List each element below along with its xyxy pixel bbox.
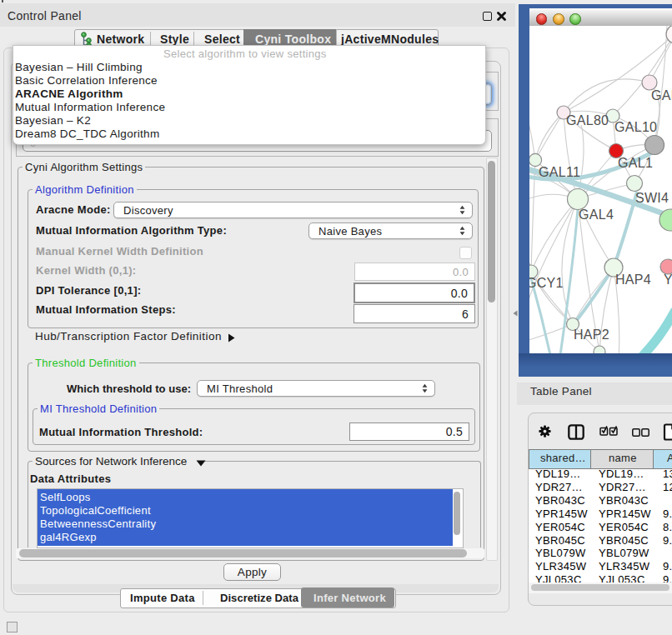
svg-text:GAL7: GAL7 (651, 88, 672, 102)
svg-text:SWI4: SWI4 (635, 191, 669, 205)
svg-text:HAP2: HAP2 (574, 328, 609, 342)
svg-text:GAL11: GAL11 (539, 165, 580, 179)
svg-text:GAL4: GAL4 (579, 208, 614, 222)
svg-text:GAL1: GAL1 (618, 156, 653, 170)
svg-text:GCY1: GCY1 (529, 276, 564, 290)
svg-text:YB: YB (664, 272, 672, 287)
svg-text:HAP4: HAP4 (615, 272, 651, 287)
svg-text:GAL10: GAL10 (614, 120, 657, 134)
svg-text:GAL80: GAL80 (566, 113, 609, 128)
